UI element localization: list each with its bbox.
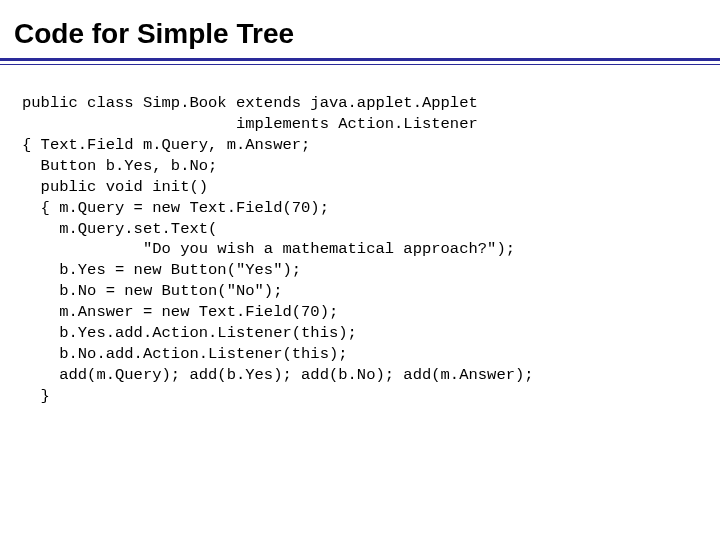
code-block: public class Simp.Book extends java.appl… (0, 65, 720, 407)
slide: Code for Simple Tree public class Simp.B… (0, 0, 720, 540)
title-rule (0, 58, 720, 65)
slide-title: Code for Simple Tree (0, 0, 720, 50)
